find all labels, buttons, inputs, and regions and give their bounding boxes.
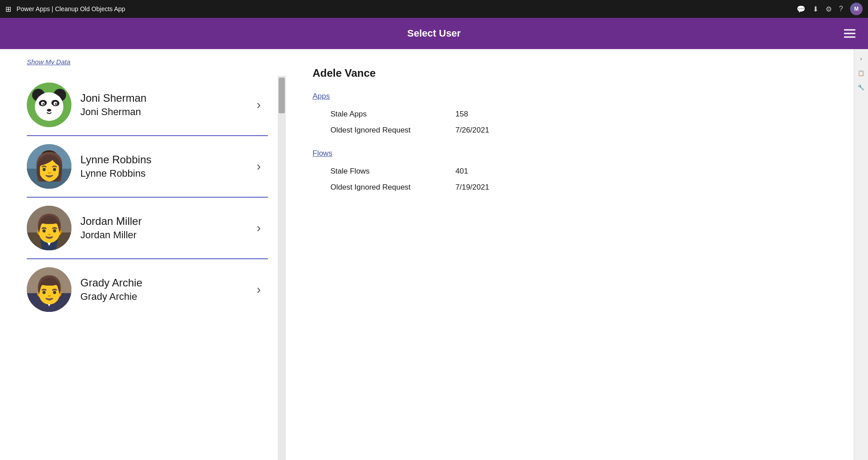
user-info-grady: Grady Archie Grady Archie <box>80 277 257 303</box>
svg-point-9 <box>47 109 51 112</box>
scrollbar-thumb[interactable] <box>279 78 285 113</box>
svg-rect-10 <box>27 144 71 189</box>
flows-stats-table: Stale Flows 401 Oldest Ignored Request 7… <box>330 167 827 192</box>
svg-point-18 <box>41 173 57 180</box>
svg-point-2 <box>35 92 63 121</box>
chevron-right-icon: › <box>257 221 261 235</box>
settings-icon[interactable]: ⚙ <box>826 5 832 13</box>
stat-row: Oldest Ignored Request 7/26/2021 <box>330 126 827 135</box>
stat-value: 401 <box>455 167 468 176</box>
stat-row: Stale Flows 401 <box>330 167 827 176</box>
flows-section-link[interactable]: Flows <box>313 149 827 158</box>
hamburger-bar-1 <box>844 29 855 31</box>
grid-icon: ⊞ <box>5 5 11 13</box>
user-info-joni: Joni Sherman Joni Sherman <box>80 92 257 118</box>
user-list-panel: Show My Data <box>0 49 286 460</box>
user-name-secondary: Jordan Miller <box>80 229 257 241</box>
user-detail-panel: Adele Vance Apps Stale Apps 158 Oldest I… <box>286 49 854 460</box>
user-avatar[interactable]: M <box>850 3 863 15</box>
stat-label: Oldest Ignored Request <box>330 183 455 192</box>
chevron-right-icon: › <box>257 282 261 297</box>
svg-rect-11 <box>27 169 71 189</box>
hamburger-bar-3 <box>844 37 855 38</box>
svg-rect-16 <box>54 157 58 168</box>
svg-point-28 <box>40 277 58 297</box>
chevron-right-icon: › <box>257 98 261 112</box>
side-tool-button-2[interactable]: 📋 <box>856 68 867 79</box>
stat-label: Oldest Ignored Request <box>330 126 455 135</box>
user-info-lynne: Lynne Robbins Lynne Robbins <box>80 153 257 179</box>
svg-point-8 <box>55 103 57 105</box>
powerapps-titlebar: ⊞ Power Apps | Cleanup Old Objects App 💬… <box>0 0 868 18</box>
list-item[interactable]: Lynne Robbins Lynne Robbins › <box>27 136 268 198</box>
svg-rect-19 <box>27 206 71 250</box>
user-name-secondary: Lynne Robbins <box>80 168 257 179</box>
list-item[interactable]: Jordan Miller Jordan Miller › <box>27 198 268 259</box>
stat-label: Stale Apps <box>330 110 455 119</box>
stat-row: Oldest Ignored Request 7/19/2021 <box>330 183 827 192</box>
user-name-primary: Lynne Robbins <box>80 153 257 166</box>
download-icon[interactable]: ⬇ <box>813 5 818 13</box>
svg-point-21 <box>40 215 58 236</box>
hamburger-menu-button[interactable] <box>842 28 857 40</box>
svg-point-14 <box>41 150 58 163</box>
svg-point-23 <box>41 221 48 228</box>
chat-icon[interactable]: 💬 <box>797 5 805 13</box>
apps-section-link[interactable]: Apps <box>313 92 827 101</box>
user-name-primary: Joni Sherman <box>80 92 257 104</box>
app-header: Select User <box>0 18 868 49</box>
app-title: Power Apps | Cleanup Old Objects App <box>17 5 125 12</box>
help-icon[interactable]: ? <box>839 5 843 13</box>
svg-point-12 <box>40 153 58 173</box>
user-name-primary: Grady Archie <box>80 277 257 289</box>
svg-point-17 <box>39 169 59 180</box>
stat-row: Stale Apps 158 <box>330 110 827 119</box>
stat-value: 158 <box>455 110 468 119</box>
selected-user-name: Adele Vance <box>313 67 827 79</box>
titlebar-actions: 💬 ⬇ ⚙ ? M <box>797 3 863 15</box>
user-name-primary: Jordan Miller <box>80 215 257 228</box>
side-tool-button-3[interactable]: 🔧 <box>856 82 867 93</box>
svg-rect-15 <box>40 157 44 168</box>
side-tools-panel: › 📋 🔧 <box>854 49 868 460</box>
hamburger-bar-2 <box>844 33 855 34</box>
list-item[interactable]: Grady Archie Grady Archie › <box>27 259 268 320</box>
apps-stats-table: Stale Apps 158 Oldest Ignored Request 7/… <box>330 110 827 135</box>
user-name-secondary: Joni Sherman <box>80 106 257 118</box>
side-tool-button[interactable]: › <box>856 54 867 64</box>
main-content: Show My Data <box>0 49 868 460</box>
svg-point-22 <box>41 215 57 232</box>
user-name-secondary: Grady Archie <box>80 291 257 303</box>
stat-value: 7/26/2021 <box>455 126 489 135</box>
svg-rect-26 <box>27 267 71 312</box>
user-avatar-lynne <box>27 144 71 189</box>
user-avatar-jordan <box>27 206 71 250</box>
stat-value: 7/19/2021 <box>455 183 489 192</box>
stat-label: Stale Flows <box>330 167 455 176</box>
user-info-jordan: Jordan Miller Jordan Miller <box>80 215 257 241</box>
user-avatar-joni <box>27 83 71 127</box>
user-avatar-grady <box>27 267 71 312</box>
scrollbar-track[interactable] <box>278 76 286 460</box>
chevron-right-icon: › <box>257 159 261 174</box>
svg-point-7 <box>42 103 44 105</box>
svg-point-29 <box>42 278 57 293</box>
svg-point-24 <box>50 221 57 228</box>
user-list: Joni Sherman Joni Sherman › <box>27 75 286 460</box>
show-my-data-link[interactable]: Show My Data <box>27 58 286 66</box>
list-item[interactable]: Joni Sherman Joni Sherman › <box>27 75 268 136</box>
page-title: Select User <box>407 28 461 39</box>
svg-point-13 <box>42 153 57 169</box>
